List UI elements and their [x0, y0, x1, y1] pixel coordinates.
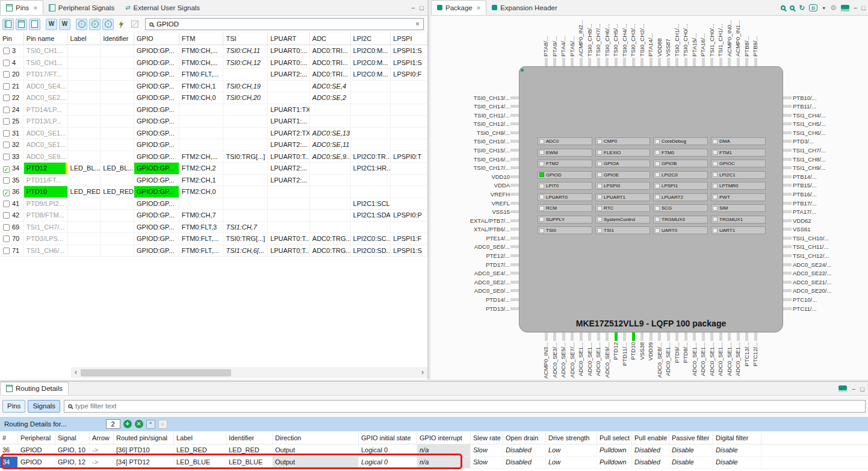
- signal-cell[interactable]: [268, 81, 310, 92]
- signal-cell[interactable]: FTM2:CH,0: [179, 186, 224, 198]
- signal-cell[interactable]: FTM0:CH,...: [179, 57, 224, 69]
- clear-filter-button-disabled[interactable]: [129, 19, 140, 30]
- signal-cell[interactable]: [351, 81, 391, 92]
- signal-cell[interactable]: TSI0:TRG[...]: [223, 233, 268, 245]
- routing-column-header[interactable]: Signal: [55, 432, 90, 444]
- routing-cell[interactable]: ->: [90, 457, 114, 468]
- signal-cell[interactable]: [391, 175, 427, 186]
- peripheral-block-adc0[interactable]: ADC0: [538, 137, 592, 145]
- signal-cell[interactable]: [68, 222, 101, 233]
- signal-cell[interactable]: GPIOD:GP...: [134, 210, 179, 221]
- signal-cell[interactable]: [101, 81, 134, 92]
- peripheral-block-gpiob[interactable]: GPIOB: [653, 160, 708, 167]
- labels-mode-button[interactable]: D: [809, 4, 817, 11]
- route-prev-button[interactable]: ‹: [76, 19, 87, 30]
- move-up-button[interactable]: ^: [146, 420, 155, 429]
- signal-cell[interactable]: ADC0:SE,2: [310, 92, 351, 104]
- signal-cell[interactable]: [310, 116, 351, 127]
- peripheral-block-supply[interactable]: SUPPLY: [538, 216, 592, 223]
- signal-cell[interactable]: LPSPI1:S: [391, 57, 427, 69]
- routing-cell[interactable]: Output: [273, 444, 359, 456]
- routing-cell[interactable]: Disabled: [632, 457, 669, 468]
- filter-signals-button[interactable]: Signals: [28, 400, 60, 413]
- pin-checkbox[interactable]: [3, 95, 10, 101]
- signal-cell[interactable]: GPIOD:GP...: [134, 245, 179, 257]
- peripheral-block-lptmr0[interactable]: LPTMR0: [711, 182, 766, 190]
- signal-cell[interactable]: [391, 104, 427, 116]
- signal-cell[interactable]: [68, 139, 101, 151]
- signal-cell[interactable]: [101, 210, 134, 221]
- routing-cell[interactable]: Output: [273, 457, 359, 468]
- signal-cell[interactable]: [223, 69, 268, 80]
- signal-cell[interactable]: LPSPI1:S: [391, 45, 427, 57]
- routing-cell[interactable]: Disabled: [503, 457, 546, 468]
- routing-table-row[interactable]: 34GPIODGPIO, 12->[34] PTD12LED_BLUELED_B…: [0, 457, 868, 469]
- minimize-icon[interactable]: −: [852, 385, 855, 393]
- signal-cell[interactable]: TSI0:CH,19: [223, 81, 268, 92]
- signal-cell[interactable]: TSI0_CH1...: [24, 45, 68, 57]
- routing-table-row[interactable]: 36GPIODGPIO, 10->[36] PTD10LED_REDLED_RE…: [0, 444, 868, 457]
- signal-cell[interactable]: [68, 81, 101, 92]
- signal-cell[interactable]: [223, 198, 268, 210]
- signal-cell[interactable]: TSI0:TRG[...]: [223, 151, 268, 163]
- rotate-button[interactable]: ↻: [799, 4, 805, 11]
- signal-cell[interactable]: [391, 116, 427, 127]
- signal-cell[interactable]: [179, 104, 224, 116]
- pins-table-row[interactable]: ✓36PTD10LED_REDLED_REDGPIOD:GP...FTM2:CH…: [0, 186, 427, 198]
- signal-cell[interactable]: PTD17/FT...: [24, 69, 68, 80]
- signal-cell[interactable]: [101, 128, 134, 139]
- route-current-button[interactable]: •: [89, 19, 101, 30]
- signal-cell[interactable]: [223, 128, 268, 139]
- peripheral-block-trgmux1[interactable]: TRGMUX1: [711, 216, 766, 223]
- routing-column-header[interactable]: Passive filter: [669, 432, 713, 444]
- signal-cell[interactable]: ADC0_SE9...: [24, 151, 68, 163]
- signal-cell[interactable]: FTM0:FLT,...: [179, 233, 224, 245]
- pins-table-row[interactable]: 3TSI0_CH1...GPIOD:GP...FTM0:CH,...TSI0:C…: [0, 45, 427, 57]
- peripheral-block-ftm0[interactable]: FTM0: [653, 149, 708, 157]
- signal-cell[interactable]: LPUART1:...: [268, 116, 310, 127]
- signal-cell[interactable]: [223, 210, 268, 221]
- signal-cell[interactable]: [68, 45, 101, 57]
- wizard-button[interactable]: W: [46, 19, 57, 30]
- routing-cell[interactable]: Disable: [669, 444, 713, 456]
- signal-cell[interactable]: [391, 163, 427, 174]
- signal-cell[interactable]: [223, 186, 268, 198]
- peripheral-block-scg[interactable]: SCG: [653, 204, 708, 212]
- signal-cell[interactable]: [101, 175, 134, 186]
- routing-cell[interactable]: LED_RED: [226, 444, 273, 456]
- pin-checkbox[interactable]: [3, 142, 10, 148]
- maximize-icon[interactable]: □: [420, 4, 424, 11]
- signal-cell[interactable]: LPUART0:...: [268, 45, 310, 57]
- signal-cell[interactable]: LPI2C0:SD...: [351, 245, 391, 257]
- signal-cell[interactable]: LPI2C0:SC...: [351, 233, 391, 245]
- peripheral-block-lpuart2[interactable]: LPUART2: [653, 193, 708, 201]
- pin-checkbox[interactable]: [3, 130, 10, 137]
- signal-cell[interactable]: LPUART0:T...: [268, 233, 310, 245]
- signal-cell[interactable]: TSI1_CH7/...: [24, 222, 68, 233]
- routing-column-header[interactable]: Direction: [273, 432, 359, 444]
- zoom-in-button[interactable]: +: [781, 4, 786, 11]
- signal-cell[interactable]: LPUART2:...: [268, 163, 310, 174]
- signal-cell[interactable]: ADC0:TRI...: [310, 57, 351, 69]
- signal-cell[interactable]: [101, 245, 134, 257]
- signal-cell[interactable]: GPIOD:GP...: [134, 175, 179, 186]
- peripheral-block-uart1[interactable]: UART1: [711, 226, 766, 234]
- signal-cell[interactable]: LPSPI0:P: [391, 210, 427, 221]
- routing-row-number[interactable]: 34: [0, 457, 18, 468]
- tab-peripheral-signals[interactable]: Peripheral Signals: [43, 0, 120, 15]
- pins-column-header[interactable]: LPUART: [268, 33, 310, 45]
- signal-cell[interactable]: LPUART2:...: [268, 175, 310, 186]
- signal-cell[interactable]: FTM2:CH,1: [179, 175, 224, 186]
- signal-cell[interactable]: [68, 104, 101, 116]
- signal-cell[interactable]: [351, 104, 391, 116]
- signal-cell[interactable]: [351, 92, 391, 104]
- signal-cell[interactable]: [179, 128, 224, 139]
- pin-checkbox[interactable]: [3, 60, 10, 66]
- signal-cell[interactable]: [310, 198, 351, 210]
- routing-cell[interactable]: n/a: [417, 457, 471, 468]
- peripheral-block-gpiod[interactable]: GPIOD: [538, 171, 592, 179]
- signal-cell[interactable]: [223, 104, 268, 116]
- signal-cell[interactable]: [391, 139, 427, 151]
- pins-table-row[interactable]: 41PTD9/LPI2...GPIOD:GP...LPI2C1:SCL: [0, 198, 427, 210]
- routing-cell[interactable]: [36] PTD10: [114, 444, 174, 456]
